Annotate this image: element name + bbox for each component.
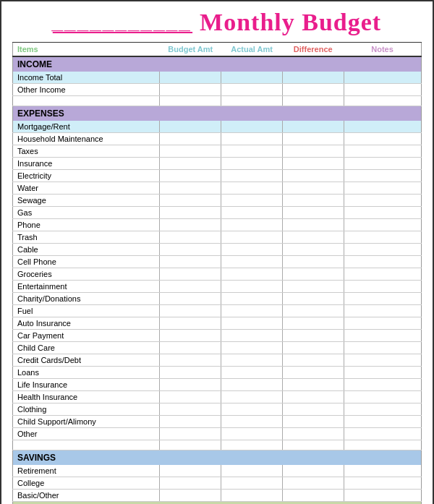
budget-cell[interactable] [160, 219, 221, 231]
notes-cell[interactable] [344, 231, 421, 244]
budget-cell[interactable] [160, 379, 221, 391]
notes-cell[interactable] [344, 305, 421, 317]
budget-cell[interactable] [160, 367, 221, 379]
diff-cell[interactable] [282, 195, 344, 207]
notes-cell[interactable] [344, 330, 421, 342]
budget-cell[interactable] [160, 72, 221, 84]
actual-cell[interactable] [221, 84, 283, 96]
budget-cell[interactable] [160, 207, 221, 219]
budget-cell[interactable] [160, 133, 221, 145]
diff-cell[interactable] [282, 403, 344, 416]
diff-cell[interactable] [282, 293, 344, 305]
notes-cell[interactable] [344, 379, 421, 391]
budget-cell[interactable] [160, 391, 221, 403]
budget-cell[interactable] [160, 293, 221, 305]
notes-cell[interactable] [344, 317, 421, 330]
diff-cell[interactable] [282, 465, 344, 477]
budget-cell[interactable] [160, 477, 221, 490]
budget-cell[interactable] [160, 182, 221, 195]
actual-cell[interactable] [221, 170, 283, 182]
actual-cell[interactable] [221, 121, 283, 133]
diff-cell[interactable] [282, 305, 344, 317]
notes-cell[interactable] [344, 490, 421, 502]
actual-cell[interactable] [221, 416, 283, 428]
actual-cell[interactable] [221, 403, 283, 416]
budget-cell[interactable] [160, 342, 221, 354]
notes-cell[interactable] [344, 342, 421, 354]
actual-cell[interactable] [221, 379, 283, 391]
actual-cell[interactable] [221, 182, 283, 195]
diff-cell[interactable] [282, 158, 344, 170]
notes-cell[interactable] [344, 170, 421, 182]
actual-cell[interactable] [221, 72, 283, 84]
actual-cell[interactable] [221, 281, 283, 293]
diff-cell[interactable] [282, 84, 344, 96]
notes-cell[interactable] [344, 121, 421, 133]
actual-cell[interactable] [221, 330, 283, 342]
diff-cell[interactable] [282, 133, 344, 145]
actual-cell[interactable] [221, 293, 283, 305]
notes-cell[interactable] [344, 84, 421, 96]
diff-cell[interactable] [282, 428, 344, 440]
actual-cell[interactable] [221, 268, 283, 281]
notes-cell[interactable] [344, 403, 421, 416]
notes-cell[interactable] [344, 219, 421, 231]
actual-cell[interactable] [221, 342, 283, 354]
budget-cell[interactable] [160, 403, 221, 416]
diff-cell[interactable] [282, 256, 344, 268]
budget-cell[interactable] [160, 428, 221, 440]
diff-cell[interactable] [282, 317, 344, 330]
notes-cell[interactable] [344, 281, 421, 293]
budget-cell[interactable] [160, 354, 221, 367]
diff-cell[interactable] [282, 207, 344, 219]
diff-cell[interactable] [282, 416, 344, 428]
diff-cell[interactable] [282, 354, 344, 367]
diff-cell[interactable] [282, 145, 344, 158]
budget-cell[interactable] [160, 490, 221, 502]
notes-cell[interactable] [344, 391, 421, 403]
notes-cell[interactable] [344, 182, 421, 195]
actual-cell[interactable] [221, 207, 283, 219]
notes-cell[interactable] [344, 256, 421, 268]
actual-cell[interactable] [221, 231, 283, 244]
notes-cell[interactable] [344, 428, 421, 440]
budget-cell[interactable] [160, 268, 221, 281]
budget-cell[interactable] [160, 305, 221, 317]
actual-cell[interactable] [221, 354, 283, 367]
notes-cell[interactable] [344, 145, 421, 158]
budget-cell[interactable] [160, 465, 221, 477]
diff-cell[interactable] [282, 244, 344, 256]
diff-cell[interactable] [282, 391, 344, 403]
budget-cell[interactable] [160, 158, 221, 170]
diff-cell[interactable] [282, 170, 344, 182]
diff-cell[interactable] [282, 477, 344, 490]
diff-cell[interactable] [282, 342, 344, 354]
notes-cell[interactable] [344, 416, 421, 428]
diff-cell[interactable] [282, 281, 344, 293]
notes-cell[interactable] [344, 72, 421, 84]
diff-cell[interactable] [282, 490, 344, 502]
diff-cell[interactable] [282, 367, 344, 379]
actual-cell[interactable] [221, 219, 283, 231]
notes-cell[interactable] [344, 477, 421, 490]
actual-cell[interactable] [221, 428, 283, 440]
budget-cell[interactable] [160, 416, 221, 428]
diff-cell[interactable] [282, 379, 344, 391]
actual-cell[interactable] [221, 195, 283, 207]
notes-cell[interactable] [344, 293, 421, 305]
actual-cell[interactable] [221, 244, 283, 256]
budget-cell[interactable] [160, 145, 221, 158]
budget-cell[interactable] [160, 195, 221, 207]
budget-cell[interactable] [160, 170, 221, 182]
diff-cell[interactable] [282, 219, 344, 231]
actual-cell[interactable] [221, 490, 283, 502]
actual-cell[interactable] [221, 465, 283, 477]
diff-cell[interactable] [282, 72, 344, 84]
budget-cell[interactable] [160, 121, 221, 133]
notes-cell[interactable] [344, 268, 421, 281]
budget-cell[interactable] [160, 84, 221, 96]
notes-cell[interactable] [344, 207, 421, 219]
budget-cell[interactable] [160, 231, 221, 244]
notes-cell[interactable] [344, 133, 421, 145]
budget-cell[interactable] [160, 244, 221, 256]
